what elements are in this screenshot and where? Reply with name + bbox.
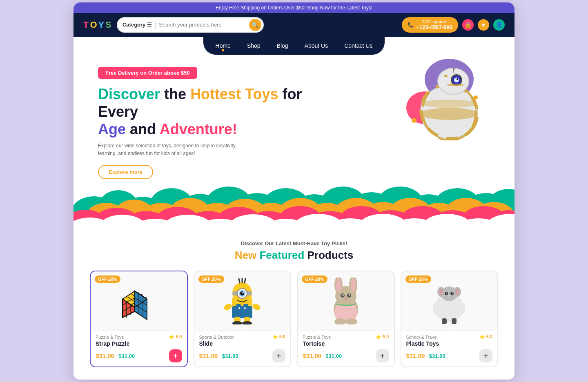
- nav: Home Shop Blog About Us Contact Us: [74, 37, 514, 55]
- category-label: Category: [122, 22, 145, 28]
- product-card-1: OFF 20%: [90, 271, 188, 367]
- svg-point-109: [242, 292, 244, 293]
- off-badge-2: OFF 20%: [198, 275, 224, 283]
- section-title: New Featured Products: [90, 249, 498, 262]
- svg-line-104: [245, 279, 245, 283]
- clouds-svg: [74, 179, 514, 232]
- product-info-1: Puzzle & Toys ⭐ 5.0 Strap Puzzle $31.00 …: [91, 331, 187, 366]
- nav-about[interactable]: About Us: [296, 37, 336, 55]
- product-price-3: $31.00: [303, 352, 321, 359]
- product-prices-3: $31.00 $31.00: [303, 352, 342, 360]
- lock-icon[interactable]: 🔒: [462, 19, 474, 31]
- logo: T O Y S: [83, 20, 112, 30]
- hero-title-the: the: [164, 86, 190, 102]
- hero-title-discover: Discover: [98, 86, 160, 102]
- product-price-row-1: $31.00 $31.00 +: [96, 349, 182, 362]
- phone-icon: 📞: [408, 22, 414, 28]
- nav-contact[interactable]: Contact Us: [336, 37, 381, 55]
- user-icon[interactable]: 👤: [493, 19, 505, 31]
- category-icon: ☰: [147, 22, 152, 28]
- clouds-section: [74, 179, 514, 232]
- svg-rect-98: [243, 304, 248, 310]
- robot-svg: [408, 55, 490, 140]
- add-to-cart-button-3[interactable]: +: [376, 349, 389, 362]
- product-info-4: School & Travel ⭐ 5.0 Plastic Toys $31.0…: [401, 331, 498, 366]
- logo-letter-t: T: [83, 20, 89, 30]
- svg-point-3: [421, 108, 478, 120]
- product-image-area-3: OFF 20%: [298, 271, 394, 331]
- minion-svg: [222, 278, 263, 324]
- search-button[interactable]: 🔍: [249, 19, 261, 31]
- product-image-area-4: OFF 20%: [401, 271, 498, 331]
- hero-title-age: Age: [98, 121, 126, 138]
- svg-point-4: [421, 100, 477, 108]
- section-title-new: New: [235, 249, 256, 261]
- svg-point-108: [240, 291, 244, 295]
- nav-inner: Home Shop Blog About Us Contact Us: [203, 37, 385, 55]
- product-old-price-4: $31.00: [429, 353, 445, 359]
- product-prices-4: $31.00 $31.00: [406, 352, 445, 360]
- announcement-text: Enjoy Free Shipping on Orders Over $50! …: [216, 5, 372, 11]
- svg-rect-148: [442, 318, 447, 324]
- product-price-row-4: $31.00 $31.00 +: [406, 349, 493, 362]
- svg-point-122: [351, 278, 356, 292]
- product-rating-2: ⭐ 5.0: [272, 334, 285, 340]
- product-rating-1: ⭐ 5.0: [169, 334, 182, 340]
- product-category-row-3: Puzzle & Toys ⭐ 5.0: [303, 334, 389, 340]
- add-to-cart-button-4[interactable]: +: [479, 349, 492, 362]
- products-section: Discover Our Latest Must-Have Toy Picks!…: [74, 232, 514, 380]
- svg-rect-96: [232, 306, 252, 318]
- svg-point-147: [450, 296, 451, 297]
- svg-rect-12: [447, 84, 463, 86]
- announcement-bar: Enjoy Free Shipping on Orders Over $50! …: [74, 2, 514, 13]
- svg-point-120: [336, 278, 341, 292]
- svg-point-139: [439, 289, 443, 295]
- product-card-4: OFF 20%: [401, 271, 499, 367]
- svg-point-11: [453, 67, 455, 70]
- support-phone: +123-4567-890: [416, 24, 452, 30]
- nav-home[interactable]: Home: [207, 37, 239, 55]
- search-input[interactable]: [156, 20, 249, 29]
- product-info-2: Sports & Outdoor ⭐ 5.0 Slide $31.00 $31.…: [194, 331, 291, 366]
- hero-title: Discover the Hottest Toys for Every Age …: [98, 85, 310, 138]
- svg-rect-97: [236, 304, 241, 310]
- off-badge-1: OFF 20%: [95, 275, 120, 283]
- nav-blog[interactable]: Blog: [269, 37, 296, 55]
- product-card-3: OFF 20%: [297, 271, 395, 367]
- product-prices-1: $31.00 $31.00: [96, 352, 135, 360]
- product-price-2: $31.00: [199, 352, 218, 359]
- nav-shop[interactable]: Shop: [239, 37, 269, 55]
- product-category-1: Puzzle & Toys: [96, 335, 124, 340]
- sheep-svg: [429, 278, 470, 324]
- product-category-3: Puzzle & Toys: [303, 335, 331, 340]
- product-card-2: OFF 20%: [194, 271, 292, 367]
- hero-title-hottest: Hottest Toys: [190, 86, 278, 102]
- off-badge-4: OFF 20%: [405, 275, 431, 283]
- category-button[interactable]: Category ☰: [122, 22, 156, 28]
- svg-point-127: [345, 298, 347, 300]
- svg-point-125: [342, 294, 344, 296]
- hero-robot: [408, 55, 490, 140]
- section-subtitle: Discover Our Latest Must-Have Toy Picks!: [90, 240, 498, 247]
- product-name-1: Strap Puzzle: [96, 340, 182, 347]
- logo-letter-s: S: [105, 20, 112, 30]
- search-icon: 🔍: [252, 22, 258, 28]
- product-name-4: Plastic Toys: [406, 340, 493, 347]
- add-to-cart-button-1[interactable]: +: [169, 349, 182, 362]
- svg-point-140: [455, 289, 459, 295]
- explore-button[interactable]: Explore more: [98, 165, 153, 179]
- heart-icon[interactable]: ♥: [478, 19, 489, 31]
- svg-point-9: [457, 78, 458, 80]
- product-old-price-1: $31.00: [118, 353, 135, 359]
- support-button[interactable]: 📞 24/7 support +123-4567-890: [402, 17, 458, 33]
- logo-letter-y: Y: [98, 20, 105, 30]
- svg-line-102: [239, 279, 240, 283]
- svg-rect-13: [444, 75, 448, 77]
- product-category-row-4: School & Travel ⭐ 5.0: [406, 334, 493, 340]
- product-price-1: $31.00: [96, 352, 114, 359]
- svg-point-114: [232, 321, 242, 324]
- page-wrapper: Enjoy Free Shipping on Orders Over $50! …: [74, 2, 514, 380]
- add-to-cart-button-2[interactable]: +: [272, 349, 285, 362]
- header-right: 📞 24/7 support +123-4567-890 🔒 ♥ 👤: [402, 17, 505, 33]
- svg-point-110: [223, 302, 233, 311]
